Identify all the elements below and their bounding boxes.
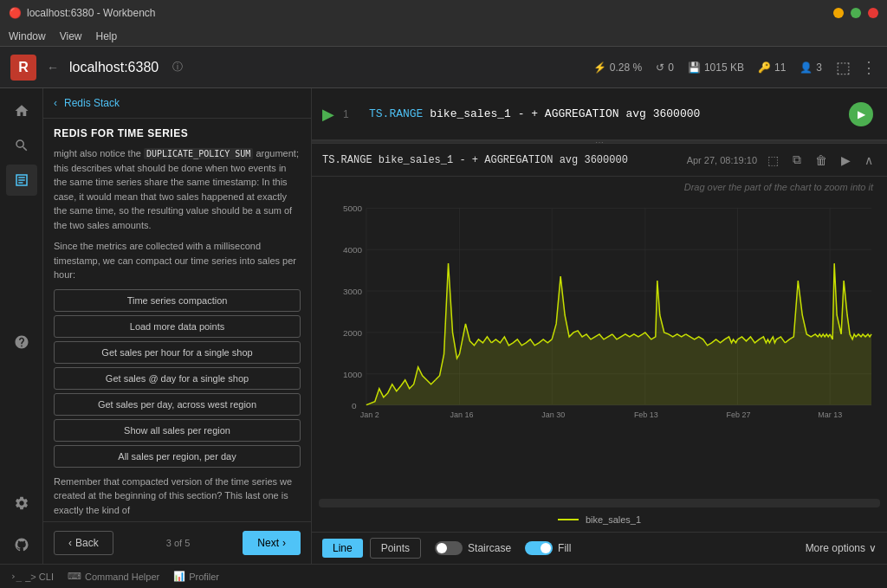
- svg-text:2000: 2000: [343, 328, 363, 338]
- close-btn[interactable]: [868, 8, 878, 18]
- users-value: 3: [816, 61, 822, 74]
- tutorial-back-label: Redis Stack: [64, 97, 120, 109]
- chart-container: TS.RANGE bike_sales_1 - + AGGREGATION av…: [312, 144, 887, 564]
- svg-text:Jan 30: Jan 30: [541, 410, 565, 419]
- sidebar-icon-workbench[interactable]: [6, 165, 37, 196]
- svg-text:Mar 13: Mar 13: [818, 410, 842, 419]
- code-snippet-1: DUPLICATE_POLICY SUM: [144, 148, 253, 159]
- svg-text:4000: 4000: [343, 245, 363, 255]
- download-btn[interactable]: ⬚: [764, 152, 782, 169]
- menu-window[interactable]: Window: [9, 30, 46, 42]
- title-bar: 🔴 localhost:6380 - Workbench: [0, 0, 887, 26]
- profile-icon[interactable]: ⬚: [836, 58, 851, 77]
- staircase-label: Staircase: [468, 542, 511, 554]
- chart-scrollbar[interactable]: [319, 499, 880, 507]
- keys-value: 11: [774, 61, 786, 74]
- toolbar-info-icon[interactable]: ⓘ: [172, 60, 183, 74]
- chart-timestamp: Apr 27, 08:19:10: [687, 155, 757, 165]
- chart-svg-wrapper[interactable]: 5000 4000 3000 2000 1000 0: [312, 194, 887, 495]
- tutorial-back-header[interactable]: ‹ Redis Stack: [43, 88, 311, 119]
- metric-users: 👤 3: [800, 61, 822, 74]
- command-helper-btn[interactable]: ⌨ Command Helper: [68, 571, 159, 582]
- tutorial-footer-text: Remember that compacted version of the t…: [54, 475, 301, 518]
- menu-view[interactable]: View: [60, 30, 82, 42]
- cpu-value: 0.28 %: [610, 61, 642, 74]
- connections-icon: ↺: [656, 61, 664, 74]
- minimize-btn[interactable]: [833, 8, 844, 18]
- query-line-number: 1: [343, 108, 360, 120]
- memory-icon: 💾: [688, 61, 701, 74]
- sidebar-icon-home[interactable]: [6, 95, 37, 126]
- query-keyword: TS.RANGE: [369, 107, 423, 120]
- copy-btn[interactable]: ⧉: [789, 151, 805, 169]
- play-btn[interactable]: ▶: [838, 152, 854, 169]
- next-label: Next: [257, 537, 279, 549]
- profiler-icon: 📊: [173, 571, 185, 582]
- profiler-btn[interactable]: 📊 Profiler: [173, 571, 219, 582]
- memory-value: 1015 KB: [704, 61, 744, 74]
- metric-connections: ↺ 0: [656, 61, 674, 74]
- sidebar-icon-settings[interactable]: [6, 488, 37, 519]
- btn-load-more-data[interactable]: Load more data points: [54, 315, 301, 338]
- btn-show-all-sales-region[interactable]: Show all sales per region: [54, 419, 301, 442]
- svg-text:Jan 16: Jan 16: [450, 410, 474, 419]
- tab-points[interactable]: Points: [370, 538, 421, 559]
- chart-footer: Line Points Staircase Fill More options …: [312, 532, 887, 564]
- btn-time-series-compaction[interactable]: Time series compaction: [54, 289, 301, 312]
- more-options-label: More options: [806, 542, 865, 554]
- sidebar-icon-github[interactable]: [6, 529, 37, 560]
- app-icon: 🔴: [9, 7, 22, 19]
- menu-help[interactable]: Help: [95, 30, 117, 42]
- keys-icon: 🔑: [758, 61, 771, 74]
- run-query-left-btn[interactable]: ▶: [322, 105, 334, 124]
- chart-header: TS.RANGE bike_sales_1 - + AGGREGATION av…: [312, 144, 887, 177]
- sidebar-icon-search[interactable]: [6, 130, 37, 161]
- fill-toggle[interactable]: [525, 541, 553, 555]
- more-options-btn[interactable]: More options ∨: [806, 542, 877, 554]
- back-button[interactable]: ‹ Back: [54, 531, 113, 555]
- tutorial-panel: ‹ Redis Stack REDIS FOR TIME SERIES migh…: [43, 88, 312, 564]
- drag-hint: Drag over the part of the chart to zoom …: [312, 180, 887, 194]
- svg-text:Feb 13: Feb 13: [634, 410, 658, 419]
- query-text[interactable]: TS.RANGE bike_sales_1 - + AGGREGATION av…: [369, 107, 840, 120]
- page-info: 3 of 5: [166, 538, 191, 548]
- chart-actions: ⬚ ⧉ 🗑 ▶ ∧: [764, 151, 877, 169]
- connections-value: 0: [668, 61, 674, 74]
- users-icon: 👤: [800, 61, 813, 74]
- query-args: bike_sales_1 - + AGGREGATION avg 3600000: [430, 107, 700, 120]
- svg-text:5000: 5000: [343, 204, 363, 213]
- cpu-icon: ⚡: [593, 61, 606, 74]
- redis-logo: R: [10, 55, 36, 81]
- main-layout: ‹ Redis Stack REDIS FOR TIME SERIES migh…: [0, 88, 887, 564]
- window-title: localhost:6380 - Workbench: [27, 7, 156, 19]
- cli-btn[interactable]: ›_ _> CLI: [10, 571, 54, 582]
- tutorial-intro-text: might also notice the DUPLICATE_POLICY S…: [54, 146, 301, 232]
- btn-all-sales-region-day[interactable]: All sales per region, per day: [54, 445, 301, 468]
- chart-svg: 5000 4000 3000 2000 1000 0: [319, 194, 880, 419]
- sidebar-icon-help[interactable]: [6, 326, 37, 358]
- kebab-menu-btn[interactable]: ⋮: [861, 58, 877, 77]
- maximize-btn[interactable]: [851, 8, 861, 18]
- chart-body: Drag over the part of the chart to zoom …: [312, 177, 887, 532]
- toolbar-back-btn[interactable]: ←: [47, 61, 59, 74]
- profiler-label: Profiler: [189, 572, 219, 582]
- fill-toggle-group: Fill: [525, 541, 571, 555]
- svg-text:Feb 27: Feb 27: [727, 410, 751, 419]
- chevron-left-icon: ‹: [68, 537, 72, 549]
- run-query-right-btn[interactable]: ▶: [849, 102, 873, 126]
- sidebar-icons: [0, 88, 43, 564]
- toolbar: R ← localhost:6380 ⓘ ⚡ 0.28 % ↺ 0 💾 1015…: [0, 47, 887, 88]
- bottom-bar: ›_ _> CLI ⌨ Command Helper 📊 Profiler: [0, 564, 887, 588]
- tutorial-footer: ‹ Back 3 of 5 Next ›: [43, 521, 311, 564]
- query-editor: ▶ 1 TS.RANGE bike_sales_1 - + AGGREGATIO…: [312, 88, 887, 140]
- svg-marker-25: [366, 263, 871, 404]
- btn-sales-per-day-west[interactable]: Get sales per day, across west region: [54, 393, 301, 416]
- staircase-toggle[interactable]: [435, 541, 463, 555]
- btn-sales-per-hour[interactable]: Get sales per hour for a single shop: [54, 341, 301, 364]
- delete-btn[interactable]: 🗑: [812, 152, 831, 169]
- btn-sales-per-day-shop[interactable]: Get sales @ day for a single shop: [54, 367, 301, 390]
- tab-line[interactable]: Line: [322, 539, 363, 558]
- next-button[interactable]: Next ›: [243, 531, 301, 555]
- collapse-btn[interactable]: ∧: [861, 152, 877, 169]
- tutorial-buttons: Time series compaction Load more data po…: [54, 289, 301, 468]
